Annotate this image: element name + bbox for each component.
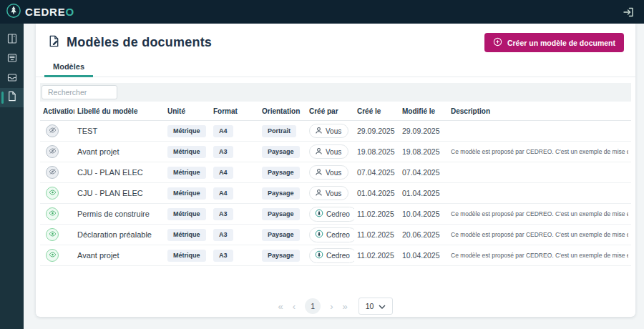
brand-logo: CEDREO [6,3,74,21]
search-band [40,83,631,102]
last-page-button[interactable]: » [343,302,348,311]
description-text: Ce modèle est proposé par CEDREO. C'est … [451,252,628,259]
next-page-button[interactable]: › [330,302,333,311]
header-activation: Activation [40,102,74,121]
table-row: TEST Métrique A4 Portrait Vous [40,121,631,142]
modified-date: 10.04.2025 [399,204,448,225]
orientation-badge: Paysage [262,167,300,179]
header-modified-on: Modifié le [399,102,448,121]
activation-toggle[interactable] [46,145,59,158]
table-row: Avant projet Métrique A3 Paysage Vou [40,142,631,162]
pagination: « ‹ 1 › » 10 [36,298,635,315]
activation-toggle[interactable] [46,228,59,241]
format-badge: A4 [213,125,233,137]
previous-page-button[interactable]: ‹ [293,302,296,311]
eye-off-icon [49,168,57,177]
app-window: CEDREO [0,0,644,329]
sign-in-icon[interactable] [623,6,634,18]
header-format: Format [210,102,259,121]
page-size-select[interactable]: 10 [358,298,394,315]
creator-pill: Vous [309,165,348,180]
table-row: CJU - PLAN ELEC Métrique A4 Paysage [40,162,631,183]
created-date: 29.09.2025 [354,121,399,142]
creator-label: Vous [326,169,341,177]
first-page-button[interactable]: « [278,302,283,311]
file-icon [6,91,17,104]
unit-badge: Métrique [167,146,206,158]
header-orientation: Orientation [259,102,306,121]
create-template-button[interactable]: Créer un modèle de document [484,33,624,52]
creator-label: Cedreo [326,231,350,239]
created-date: 07.04.2025 [354,162,399,183]
model-label: CJU - PLAN ELEC [77,189,143,197]
eye-icon [49,210,57,218]
cedreo-logo-icon [6,3,21,21]
modified-date: 10.04.2025 [399,245,448,266]
templates-table: Activation Libellé du modèle Unité Forma… [40,102,631,266]
activation-toggle[interactable] [46,249,59,262]
header-label: Libellé du modèle [74,102,165,121]
activation-toggle[interactable] [46,207,59,220]
tab-bar: Modèles [36,59,635,77]
eye-icon [49,230,57,239]
content-area: Modèles de documents Créer un modèle de … [24,24,644,329]
activation-toggle[interactable] [46,166,59,179]
creator-label: Cedreo [326,252,350,260]
user-icon [315,168,323,177]
unit-badge: Métrique [167,125,206,137]
orientation-badge: Paysage [262,250,300,262]
unit-badge: Métrique [167,208,206,220]
activation-toggle[interactable] [46,187,59,200]
cedreo-mini-icon [315,250,323,260]
topbar: CEDREO [0,0,644,24]
brand-name: CEDREO [25,6,74,18]
table-row: Permis de construire Métrique A3 Paysage [40,204,631,225]
modified-date: 01.04.2025 [399,183,448,204]
eye-off-icon [49,127,57,135]
modified-date: 07.04.2025 [399,162,448,183]
sidebar-item-book[interactable] [0,30,24,49]
eye-icon [49,189,57,197]
creator-label: Vous [326,190,341,197]
orientation-badge: Paysage [262,208,300,220]
model-label: Déclaration préalable [77,230,152,239]
model-label: Avant projet [77,251,119,260]
format-badge: A3 [213,250,233,262]
cedreo-mini-icon [315,230,323,240]
orientation-badge: Paysage [262,187,300,200]
orientation-badge: Paysage [262,229,300,241]
printer-icon [6,52,18,67]
modified-date: 19.08.2025 [399,142,448,162]
sidebar-item-drawer[interactable] [0,69,24,88]
current-page-button[interactable]: 1 [305,298,321,314]
orientation-badge: Portrait [262,125,296,137]
cedreo-mini-icon [315,209,323,219]
modified-date: 29.09.2025 [399,121,448,142]
eye-off-icon [49,147,57,156]
chevron-down-icon [379,302,386,310]
creator-label: Vous [326,148,341,156]
table-header-row: Activation Libellé du modèle Unité Forma… [40,102,631,121]
sidebar-item-printer[interactable] [0,49,24,69]
format-badge: A3 [213,229,233,241]
drawer-icon [6,72,18,86]
creator-pill: Vous [309,124,348,138]
creator-label: Vous [326,127,341,135]
tab-modeles[interactable]: Modèles [44,59,93,77]
activation-toggle[interactable] [46,124,59,137]
created-date: 11.02.2025 [354,245,399,266]
unit-badge: Métrique [167,229,206,241]
created-date: 11.02.2025 [354,204,399,225]
format-badge: A4 [213,167,233,179]
header-created-by: Créé par [306,102,354,121]
description-text: Ce modèle est proposé par CEDREO. C'est … [451,231,628,238]
book-icon [6,33,18,47]
header-unit: Unité [165,102,210,121]
document-edit-icon [47,34,61,51]
sidebar-item-document-templates[interactable] [0,88,24,107]
format-badge: A3 [213,208,233,220]
header-description: Description [448,102,631,121]
search-input[interactable] [42,85,117,99]
table-row: CJU - PLAN ELEC Métrique A4 Paysage [40,183,631,204]
model-label: TEST [77,127,97,135]
